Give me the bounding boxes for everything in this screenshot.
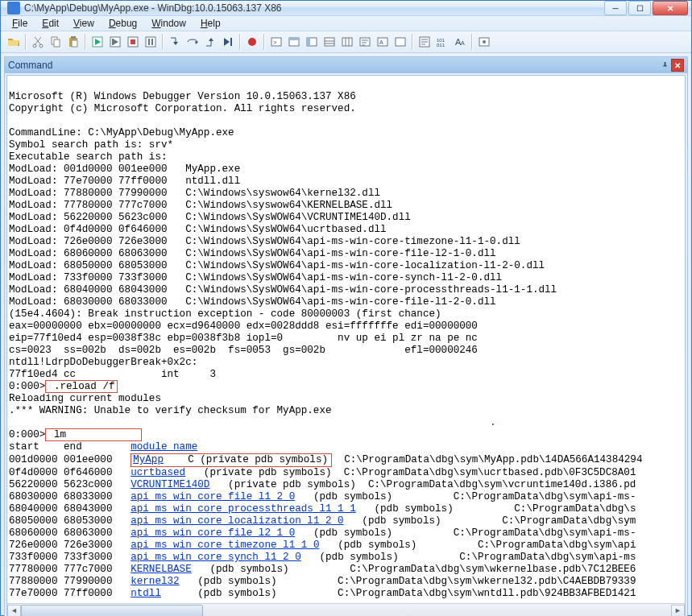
options-icon[interactable] [476,33,492,51]
svg-rect-20 [289,38,299,40]
open-icon[interactable] [6,33,22,51]
menu-debug[interactable]: Debug [102,16,143,31]
step-over-icon[interactable] [184,33,201,51]
svg-text:A: A [379,39,383,45]
go-icon[interactable] [89,33,106,51]
link-module-api_ms_win_core_timezone_l1_1_0[interactable]: api_ms_win_core_timezone_l1_1_0 [131,540,319,551]
registers-window-icon[interactable] [321,33,338,51]
svg-text:>: > [273,39,277,46]
link-module-name[interactable]: module name [131,441,197,453]
svg-point-35 [483,40,486,43]
svg-rect-12 [146,37,155,47]
break-icon[interactable] [143,33,159,51]
windbg-window: C:\MyApp\Debug\MyApp.exe - WinDbg:10.0.1… [0,0,692,616]
svg-rect-22 [307,38,310,46]
horizontal-scrollbar[interactable]: ◄ ► [7,603,685,616]
panel-title: Command [8,60,52,71]
separator [239,34,241,50]
menu-file[interactable]: File [6,16,34,31]
breakpoint-icon[interactable] [244,33,260,51]
highlight-myapp: MyApp C (private pdb symbols) [131,453,332,467]
step-out-icon[interactable] [202,33,218,51]
svg-rect-23 [325,38,334,46]
scroll-left-arrow[interactable]: ◄ [7,605,21,617]
minimize-button[interactable]: ─ [604,1,627,15]
command-lm: lm [45,428,141,441]
scratch-window-icon[interactable] [392,33,408,51]
link-module-VCRUNTIME140D[interactable]: VCRUNTIME140D [131,479,209,490]
cut-icon[interactable] [30,33,46,51]
scroll-thumb[interactable] [21,605,203,617]
link-module-api_ms_win_core_file_l2_1_0[interactable]: api_ms_win_core_file_l2_1_0 [131,527,295,539]
svg-rect-13 [148,39,150,45]
separator [25,34,27,50]
panel-header[interactable]: Command ✕ [5,57,687,73]
console-area: Microsoft (R) Windows Debugger Version 1… [6,75,686,616]
svg-text:011: 011 [437,43,445,48]
svg-point-16 [248,38,256,46]
separator [471,34,473,50]
callstack-window-icon[interactable] [357,33,373,51]
svg-rect-15 [230,38,232,46]
command-reload: .reload /f [45,380,117,393]
svg-rect-6 [72,40,77,47]
source-mode-icon[interactable] [416,33,433,51]
console-output[interactable]: Microsoft (R) Windows Debugger Version 1… [7,76,685,603]
separator [412,34,413,50]
font-icon[interactable]: AA [452,33,468,51]
svg-rect-11 [131,39,135,44]
link-module-ntdll[interactable]: ntdll [131,588,161,599]
menubar: File Edit View Debug Window Help [1,16,691,31]
restart-icon[interactable] [107,33,123,51]
binary-icon[interactable]: 101011 [434,33,450,51]
window-controls: ─ ☐ ✕ [604,1,688,15]
toolbar: > A 101011 AA [1,31,691,53]
disasm-window-icon[interactable]: A [375,33,391,51]
separator [162,34,164,50]
paste-icon[interactable] [65,33,81,51]
link-module-api_ms_win_core_file_l1_2_0[interactable]: api_ms_win_core_file_l1_2_0 [131,491,295,502]
run-to-cursor-icon[interactable] [220,33,236,51]
separator [85,34,86,50]
app-icon [7,2,20,14]
window-title: C:\MyApp\Debug\MyApp.exe - WinDbg:10.0.1… [24,2,604,14]
pin-icon[interactable] [658,59,671,72]
link-module-ucrtbased[interactable]: ucrtbased [131,467,185,478]
svg-rect-28 [396,38,405,46]
link-module-api_ms_win_core_synch_l1_2_0[interactable]: api_ms_win_core_synch_l1_2_0 [131,552,301,563]
memory-window-icon[interactable] [339,33,355,51]
scroll-track[interactable] [21,605,671,617]
scroll-right-arrow[interactable]: ► [671,605,685,617]
link-module-MyApp[interactable]: MyApp [133,454,164,465]
copy-icon[interactable] [48,33,64,51]
workspace: Command ✕ Microsoft (R) Windows Debugger… [4,56,688,616]
separator [263,34,265,50]
command-window-icon[interactable]: > [268,33,284,51]
titlebar[interactable]: C:\MyApp\Debug\MyApp.exe - WinDbg:10.0.1… [1,1,691,16]
menu-help[interactable]: Help [194,16,227,31]
menu-view[interactable]: View [67,16,101,31]
menu-edit[interactable]: Edit [35,16,65,31]
close-button[interactable]: ✕ [653,1,688,15]
stop-icon[interactable] [125,33,141,51]
panel-close-icon[interactable]: ✕ [671,59,684,72]
locals-window-icon[interactable] [304,33,320,51]
svg-rect-5 [71,36,76,39]
svg-rect-3 [54,39,60,47]
menu-window[interactable]: Window [145,16,193,31]
step-into-icon[interactable] [167,33,183,51]
svg-rect-14 [151,39,153,45]
link-module-api_ms_win_core_localization_l1_2_0[interactable]: api_ms_win_core_localization_l1_2_0 [131,515,344,527]
link-module-kernel32[interactable]: kernel32 [131,576,179,587]
link-module-api_ms_win_core_processthreads_l1_1_1[interactable]: api_ms_win_core_processthreads_l1_1_1 [131,503,356,515]
link-module-KERNELBASE[interactable]: KERNELBASE [131,564,192,575]
watch-window-icon[interactable] [286,33,302,51]
svg-text:A: A [461,40,465,46]
svg-rect-24 [342,38,352,46]
maximize-button[interactable]: ☐ [628,1,651,15]
svg-rect-9 [112,39,114,45]
